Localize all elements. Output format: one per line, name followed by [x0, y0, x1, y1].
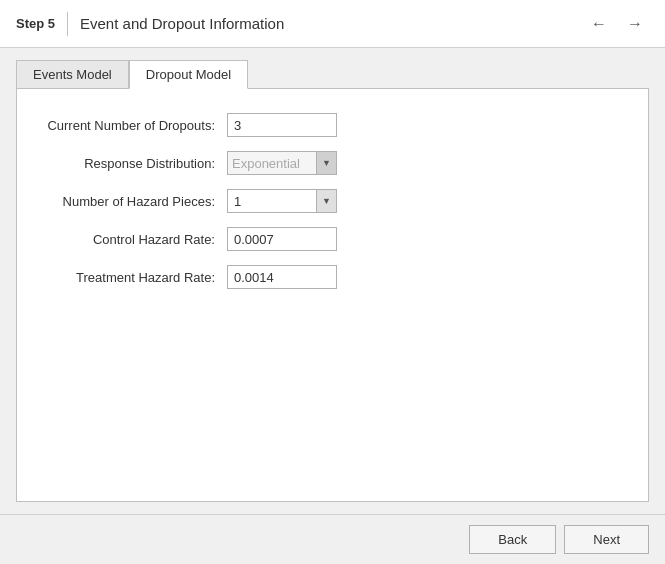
right-arrow-icon: →: [627, 15, 643, 33]
tab-bar: Events Model Dropout Model: [16, 60, 649, 88]
select-arrow-icon: ▼: [316, 152, 336, 174]
back-arrow-button[interactable]: ←: [585, 11, 613, 37]
input-treatment-hazard[interactable]: [227, 265, 337, 289]
back-button[interactable]: Back: [469, 525, 556, 554]
input-control-hazard[interactable]: [227, 227, 337, 251]
form-row-control-hazard: Control Hazard Rate:: [37, 227, 628, 251]
header: Step 5 Event and Dropout Information ← →: [0, 0, 665, 48]
main-content: Events Model Dropout Model Current Numbe…: [0, 48, 665, 514]
dropdown-arrow-icon: ▼: [316, 190, 336, 212]
page-title: Event and Dropout Information: [80, 15, 585, 32]
form-row-hazard-pieces: Number of Hazard Pieces: 1 ▼: [37, 189, 628, 213]
form-row-treatment-hazard: Treatment Hazard Rate:: [37, 265, 628, 289]
dropdown-hazard-value: 1: [228, 194, 316, 209]
next-button[interactable]: Next: [564, 525, 649, 554]
tab-events-model[interactable]: Events Model: [16, 60, 129, 88]
label-dropouts: Current Number of Dropouts:: [37, 118, 227, 133]
form-row-dropouts: Current Number of Dropouts:: [37, 113, 628, 137]
input-dropouts[interactable]: [227, 113, 337, 137]
header-nav: ← →: [585, 11, 649, 37]
forward-arrow-button[interactable]: →: [621, 11, 649, 37]
footer: Back Next: [0, 514, 665, 564]
label-treatment-hazard: Treatment Hazard Rate:: [37, 270, 227, 285]
label-hazard-pieces: Number of Hazard Pieces:: [37, 194, 227, 209]
left-arrow-icon: ←: [591, 15, 607, 33]
label-response-dist: Response Distribution:: [37, 156, 227, 171]
select-response-dist: Exponential ▼: [227, 151, 337, 175]
select-input-response-dist: Exponential: [228, 152, 316, 174]
step-label: Step 5: [16, 16, 55, 31]
label-control-hazard: Control Hazard Rate:: [37, 232, 227, 247]
dropout-model-panel: Current Number of Dropouts: Response Dis…: [16, 88, 649, 502]
dropdown-hazard-pieces[interactable]: 1 ▼: [227, 189, 337, 213]
tab-dropout-model[interactable]: Dropout Model: [129, 60, 248, 89]
form-row-response-dist: Response Distribution: Exponential ▼: [37, 151, 628, 175]
header-divider: [67, 12, 68, 36]
